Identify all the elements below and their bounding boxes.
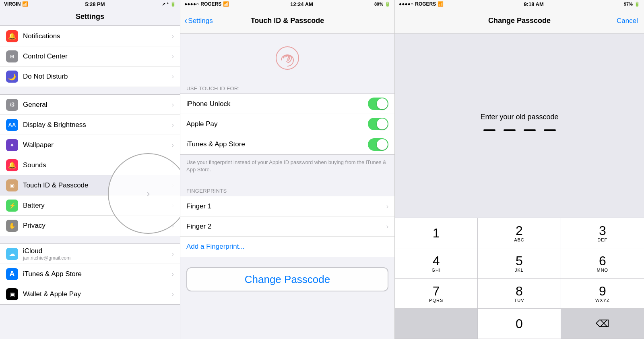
numpad-number-4: 4 (433, 254, 440, 267)
touchid-wifi-icon: 📶 (223, 1, 229, 7)
itunes-store-label: iTunes & App Store (186, 140, 368, 148)
settings-item-dnd[interactable]: 🌙 Do Not Disturb › (0, 67, 180, 87)
passcode-panel: ●●●●○ ROGERS 📶 9:18 AM 97% 🔋 Change Pass… (394, 0, 644, 339)
display-icon: AA (6, 119, 18, 131)
numpad-letters-3: DEF (597, 237, 607, 242)
apple-pay-row: Apple Pay (180, 114, 394, 134)
settings-section-1: 🔔 Notifications › ⊞ Control Center › 🌙 D… (0, 26, 180, 87)
passcode-carrier-name: ROGERS (415, 1, 436, 7)
notifications-icon: 🔔 (6, 30, 18, 42)
touchid-panel: ●●●●○ ROGERS 📶 12:24 AM 80% 🔋 ‹ Settings… (180, 0, 394, 339)
numpad-key-delete[interactable]: ⌫ (561, 309, 644, 339)
chevron-itunes: › (172, 270, 174, 278)
numpad-letters-4: GHI (431, 268, 441, 272)
numpad-key-0[interactable]: 0 (478, 309, 561, 339)
notifications-label: Notifications (23, 32, 172, 40)
numpad-key-9[interactable]: 9 WXYZ (561, 279, 644, 309)
fingerprints-section: FINGERPRINTS Finger 1 › Finger 2 › Add a… (180, 185, 394, 257)
numpad-letters-2: ABC (514, 237, 524, 242)
numpad-key-3[interactable]: 3 DEF (561, 218, 644, 248)
icloud-sublabel: jan.ritchie@gmail.com (23, 255, 172, 261)
numpad-letters-7: PQRS (429, 298, 443, 303)
chevron-finger1: › (386, 203, 388, 210)
add-fingerprint-row[interactable]: Add a Fingerprint... (180, 237, 394, 257)
apple-pay-toggle[interactable] (368, 118, 388, 130)
toggle-knob (377, 98, 388, 109)
settings-item-notifications[interactable]: 🔔 Notifications › (0, 26, 180, 46)
finger1-row[interactable]: Finger 1 › (180, 196, 394, 216)
change-passcode-container: Change Passcode (186, 267, 388, 291)
numpad-key-1[interactable]: 1 (395, 218, 478, 248)
passcode-dots (483, 129, 556, 131)
finger2-row[interactable]: Finger 2 › (180, 216, 394, 237)
numpad-number-3: 3 (599, 224, 606, 237)
numpad-key-7[interactable]: 7 PQRS (395, 279, 478, 309)
numpad-letters-9: WXYZ (595, 298, 610, 303)
settings-item-itunes[interactable]: A iTunes & App Store › (0, 264, 180, 284)
change-passcode-button[interactable]: Change Passcode (186, 267, 388, 291)
settings-item-general[interactable]: ⚙ General › (0, 95, 180, 115)
use-touchid-section: USE TOUCH ID FOR: iPhone Unlock Apple Pa… (180, 82, 394, 177)
numpad-key-empty (395, 309, 478, 339)
chevron-control: › (172, 53, 174, 60)
wallpaper-icon: ✦ (6, 139, 18, 151)
touchid-battery-icon: 🔋 (385, 2, 390, 7)
settings-item-wallet[interactable]: ▣ Wallet & Apple Pay › (0, 284, 180, 304)
status-bar-touchid: ●●●●○ ROGERS 📶 12:24 AM 80% 🔋 (180, 0, 394, 8)
settings-title-bar: Settings (0, 8, 180, 26)
bluetooth-icon: * (167, 2, 169, 6)
passcode-clock: 9:18 AM (524, 1, 543, 7)
passcode-carrier: ●●●●○ ROGERS 📶 (399, 1, 444, 7)
numpad-number-2: 2 (516, 224, 523, 237)
carrier-signal: VIRGIN 📶 (4, 1, 28, 7)
settings-item-display[interactable]: AA Display & Brightness › (0, 115, 180, 135)
numpad-number-7: 7 (433, 285, 440, 297)
control-center-icon: ⊞ (6, 50, 18, 62)
numpad-key-4[interactable]: 4 GHI (395, 248, 478, 279)
numpad: 1 2 ABC 3 DEF 4 GHI 5 JKL 6 MNO 7 (395, 218, 644, 339)
touchid-icon: ◉ (6, 179, 18, 191)
fingerprints-header: FINGERPRINTS (180, 185, 394, 196)
back-chevron-icon: ‹ (184, 16, 187, 26)
chevron-notifications: › (172, 33, 174, 40)
fingerprint-icon (275, 46, 299, 70)
numpad-key-8[interactable]: 8 TUV (478, 279, 561, 309)
icloud-label: iCloud (23, 247, 172, 255)
numpad-key-2[interactable]: 2 ABC (478, 218, 561, 248)
back-button[interactable]: ‹ Settings (184, 16, 213, 26)
settings-item-icloud[interactable]: ☁ iCloud jan.ritchie@gmail.com › (0, 244, 180, 264)
wallet-label: Wallet & Apple Pay (23, 290, 172, 298)
passcode-signal: ●●●●○ (399, 1, 413, 7)
touchid-carrier: ●●●●○ ROGERS 📶 (184, 1, 229, 7)
numpad-key-5[interactable]: 5 JKL (478, 248, 561, 279)
dnd-icon: 🌙 (6, 71, 18, 83)
iphone-unlock-toggle[interactable] (368, 98, 388, 110)
location-icon: ↗ (162, 2, 165, 7)
passcode-navbar: Change Passcode Cancel (395, 8, 644, 34)
numpad-letters-5: JKL (515, 268, 524, 272)
settings-item-control-center[interactable]: ⊞ Control Center › (0, 46, 180, 67)
battery-icon: 🔋 (170, 2, 176, 7)
passcode-prompt: Enter your old passcode (480, 113, 558, 121)
numpad-letters-8: TUV (514, 298, 524, 303)
numpad-key-6[interactable]: 6 MNO (561, 248, 644, 279)
numpad-number-8: 8 (516, 285, 523, 297)
itunes-label: iTunes & App Store (23, 270, 172, 278)
display-label: Display & Brightness (23, 121, 172, 129)
numpad-letters-6: MNO (597, 268, 608, 272)
settings-panel: VIRGIN 📶 5:28 PM ↗ * 🔋 Settings 🔔 Notifi… (0, 0, 180, 339)
wifi-icon: 📶 (22, 1, 28, 7)
chevron-dnd: › (172, 73, 174, 80)
chevron-finger2: › (386, 223, 388, 230)
touchid-navbar: ‹ Settings Touch ID & Passcode (180, 8, 394, 34)
numpad-number-6: 6 (599, 254, 606, 267)
battery-area: ↗ * 🔋 (162, 2, 176, 7)
chevron-wallpaper: › (172, 141, 174, 149)
passcode-title: Change Passcode (488, 17, 551, 25)
status-bar-passcode: ●●●●○ ROGERS 📶 9:18 AM 97% 🔋 (395, 0, 644, 8)
chevron-general: › (172, 101, 174, 108)
passcode-prompt-area: Enter your old passcode (395, 34, 644, 218)
settings-item-wallpaper[interactable]: ✦ Wallpaper › (0, 135, 180, 155)
itunes-store-toggle[interactable] (368, 138, 388, 151)
cancel-button[interactable]: Cancel (617, 17, 638, 25)
